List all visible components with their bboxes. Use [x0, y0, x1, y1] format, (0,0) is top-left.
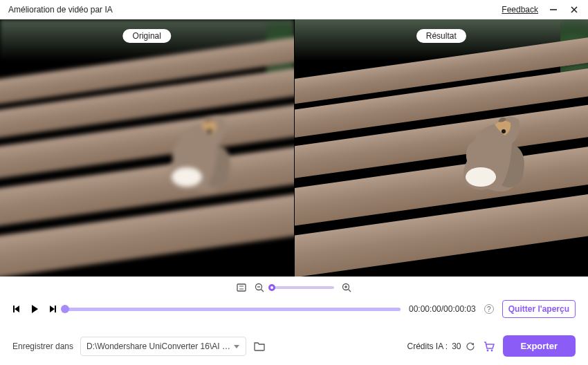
svg-rect-7 [237, 284, 246, 291]
svg-line-11 [261, 290, 264, 292]
svg-marker-22 [234, 345, 239, 348]
quit-preview-button[interactable]: Quitter l'aperçu [502, 300, 576, 318]
svg-point-4 [208, 129, 212, 133]
feedback-link[interactable]: Feedback [502, 5, 538, 15]
export-button[interactable]: Exporter [503, 335, 576, 357]
svg-marker-20 [50, 306, 55, 312]
fit-screen-icon[interactable] [236, 282, 247, 293]
cart-button[interactable] [482, 339, 496, 353]
svg-point-25 [490, 349, 493, 351]
svg-marker-19 [32, 305, 38, 313]
preview-area: Original Résultat [0, 19, 588, 277]
open-folder-button[interactable] [253, 340, 266, 353]
close-button[interactable] [569, 4, 580, 15]
credits-label: Crédits IA : [407, 341, 448, 351]
timeline-slider[interactable] [65, 308, 401, 311]
prev-frame-button[interactable] [12, 304, 22, 314]
svg-point-3 [172, 167, 202, 187]
save-path-dropdown[interactable]: D:\Wondershare UniConverter 16\AI Video … [80, 337, 246, 356]
result-pane: Résultat [294, 19, 589, 277]
zoom-in-icon[interactable] [341, 282, 352, 293]
zoom-slider[interactable] [272, 286, 334, 289]
chevron-down-icon [233, 343, 240, 350]
playback-controls: 00:00:00/00:00:03 ? Quitter l'aperçu [0, 296, 588, 325]
save-location-label: Enregistrer dans [12, 341, 73, 351]
svg-line-14 [349, 290, 351, 292]
time-display: 00:00:00/00:00:03 [409, 304, 476, 314]
original-pane: Original [0, 19, 294, 277]
squirrel-image [135, 102, 232, 199]
zoom-slider-thumb[interactable] [268, 284, 275, 291]
minimize-button[interactable] [548, 4, 559, 15]
help-icon[interactable]: ? [484, 304, 494, 314]
squirrel-image [429, 102, 526, 199]
window-title: Amélioration de vidéo par IA [8, 5, 113, 15]
svg-point-24 [486, 349, 488, 351]
zoom-controls [0, 277, 588, 296]
next-frame-button[interactable] [47, 304, 57, 314]
refresh-credits-button[interactable] [466, 341, 475, 351]
save-path-text: D:\Wondershare UniConverter 16\AI Video … [86, 341, 232, 351]
bottom-bar: Enregistrer dans D:\Wondershare UniConve… [0, 325, 588, 365]
svg-marker-17 [15, 306, 19, 312]
credits-value: 30 [452, 341, 461, 351]
original-badge: Original [123, 29, 171, 43]
svg-point-5 [466, 167, 496, 187]
credits-display: Crédits IA :30 [407, 341, 475, 351]
play-button[interactable] [29, 303, 40, 315]
zoom-out-icon[interactable] [254, 282, 265, 293]
svg-point-6 [502, 129, 506, 133]
result-badge: Résultat [416, 29, 466, 43]
timeline-thumb[interactable] [61, 305, 69, 313]
title-bar: Amélioration de vidéo par IA Feedback [0, 0, 588, 19]
